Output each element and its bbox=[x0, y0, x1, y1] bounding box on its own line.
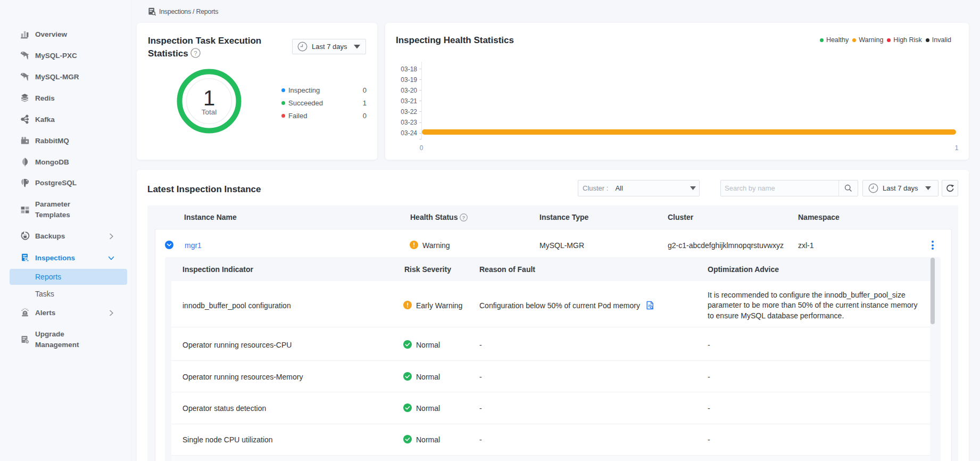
svg-text:?: ? bbox=[194, 50, 197, 56]
svg-text:?: ? bbox=[462, 215, 466, 220]
